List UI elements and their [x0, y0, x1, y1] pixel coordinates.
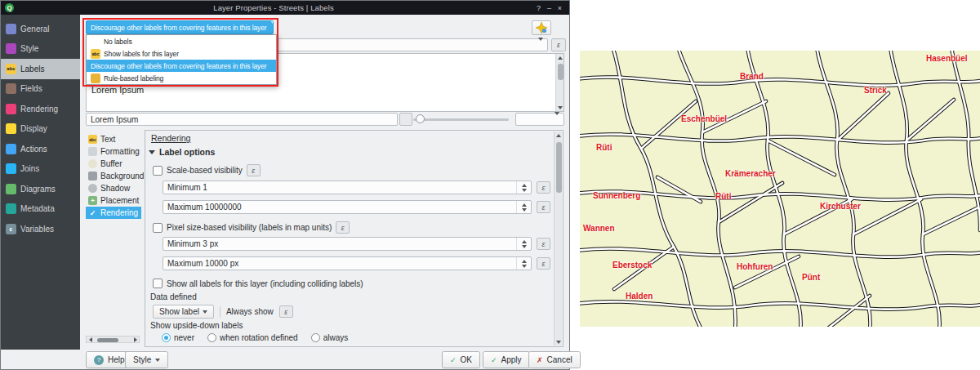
formatting-icon	[88, 147, 97, 156]
sidebar-item-label: Fields	[20, 84, 42, 93]
map-street-label: Brand	[740, 72, 764, 81]
data-defined-button[interactable]: ε	[537, 257, 550, 270]
hscroll-thumb[interactable]	[97, 338, 118, 342]
map-street-label: Strick	[864, 86, 887, 95]
sidebar-item-labels[interactable]: abc Labels	[1, 59, 80, 79]
render-icon	[6, 104, 16, 114]
scroll-down-icon[interactable]	[558, 104, 563, 111]
map-preview[interactable]: HasenbüelBrandStrickEschenbüelRütiKrämer…	[580, 51, 980, 327]
show-all-labels-checkbox[interactable]	[153, 279, 163, 288]
label-options-section-header[interactable]: Label options	[149, 147, 215, 157]
sidebar-item-actions[interactable]: Actions	[1, 139, 80, 159]
spin-arrows[interactable]	[516, 201, 527, 213]
auto-placement-settings-button[interactable]	[532, 20, 551, 35]
minimum-scale-spinbox[interactable]: Minimum 1	[163, 181, 532, 194]
minimum-pixels-spinbox[interactable]: Minimum 3 px	[163, 237, 532, 251]
option-discourage-covering[interactable]: Discourage other labels from covering fe…	[87, 60, 276, 72]
tab-shadow[interactable]: Shadow	[86, 182, 141, 194]
scroll-up-icon[interactable]	[558, 54, 563, 61]
sidebar-item-display[interactable]: Display	[1, 119, 80, 140]
radio-when-rotation-defined[interactable]	[207, 333, 216, 342]
show-all-labels-row: Show all labels for this layer (includin…	[153, 279, 363, 288]
tab-placement[interactable]: + Placement	[86, 194, 141, 207]
preview-sample-text: Lorem Ipsum	[91, 85, 144, 95]
expression-builder-button[interactable]: ε	[551, 38, 566, 51]
style-button[interactable]: Style	[125, 351, 168, 368]
sidebar-item-label: Joins	[20, 164, 39, 173]
data-defined-button[interactable]: ε	[247, 164, 261, 176]
street-network	[580, 51, 980, 327]
spin-arrows[interactable]	[516, 181, 527, 194]
scroll-down-icon[interactable]	[556, 338, 561, 345]
show-label-button[interactable]: Show label	[153, 305, 214, 319]
layer-properties-dialog: Q Layer Properties - Streets | Labels ? …	[0, 0, 570, 370]
map-street-label: Hasenbüel	[926, 54, 968, 63]
font-size-spinbox[interactable]	[515, 113, 564, 126]
tab-buffer[interactable]: Buffer	[86, 158, 141, 170]
preview-background-button[interactable]	[399, 113, 412, 126]
tab-background[interactable]: Background	[86, 170, 141, 182]
panel-vscrollbar[interactable]	[554, 132, 562, 345]
paintbrush-icon	[6, 43, 16, 54]
option-show-labels[interactable]: abc Show labels for this layer	[87, 47, 276, 60]
ok-button[interactable]: ✓ OK	[442, 351, 480, 368]
map-street-label: Wannen	[583, 224, 615, 233]
tab-list-hscrollbar[interactable]	[86, 336, 140, 343]
pixel-size-visibility-checkbox[interactable]	[153, 223, 163, 233]
divider	[220, 306, 220, 318]
window-close-button[interactable]: ×	[555, 4, 565, 12]
sidebar-item-diagrams[interactable]: Diagrams	[1, 179, 80, 199]
sidebar-item-rendering[interactable]: Rendering	[1, 99, 80, 119]
maximum-pixels-spinbox[interactable]: Maximum 10000 px	[163, 256, 532, 270]
scale-based-visibility-row: Scale-based visibility ε	[153, 164, 261, 176]
spin-arrows[interactable]	[516, 257, 527, 270]
sidebar-item-joins[interactable]: Joins	[1, 159, 80, 180]
option-no-labels[interactable]: No labels	[87, 35, 276, 47]
map-street-label: Sunnenberg	[593, 191, 640, 200]
scroll-left-icon[interactable]	[87, 336, 94, 343]
titlebar[interactable]: Q Layer Properties - Streets | Labels ? …	[1, 1, 569, 15]
radio-always[interactable]	[311, 333, 320, 342]
epsilon-icon: ε	[6, 224, 16, 234]
scroll-right-icon[interactable]	[131, 336, 139, 343]
preview-scrollbar[interactable]	[555, 54, 564, 111]
labeling-mode-dropdown-list: No labels abc Show labels for this layer…	[86, 34, 277, 85]
data-defined-button[interactable]: ε	[336, 221, 350, 234]
spin-arrows[interactable]	[516, 238, 527, 250]
sidebar-item-general[interactable]: General	[1, 19, 80, 39]
upside-down-radio-group: never when rotation defined always	[162, 333, 348, 342]
sidebar-item-label: General	[20, 25, 50, 33]
sidebar-item-fields[interactable]: Fields	[1, 79, 80, 100]
abc-label-icon: abc	[91, 49, 100, 59]
tab-formatting[interactable]: Formatting	[86, 145, 141, 158]
labeling-mode-combobox[interactable]: Discourage other labels from covering fe…	[86, 20, 274, 34]
apply-button[interactable]: ✓ Apply	[483, 351, 530, 368]
scale-based-visibility-checkbox[interactable]	[153, 166, 163, 176]
sidebar-item-variables[interactable]: ε Variables	[1, 219, 80, 239]
data-defined-button[interactable]: ε	[537, 201, 550, 213]
cancel-button[interactable]: ✗ Cancel	[528, 351, 581, 368]
chevron-down-icon	[535, 41, 543, 50]
scroll-up-icon[interactable]	[556, 132, 561, 139]
data-defined-button[interactable]: ε	[537, 181, 550, 194]
sidebar-item-metadata[interactable]: Metadata	[1, 199, 80, 220]
data-defined-button[interactable]: ε	[279, 305, 293, 318]
qgis-app-icon: Q	[5, 3, 14, 12]
tab-text[interactable]: abc Text	[86, 133, 141, 145]
preview-text-input[interactable]	[86, 113, 398, 126]
font-size-slider-handle[interactable]	[416, 114, 425, 123]
map-street-label: Rüti	[715, 192, 731, 201]
maximum-scale-spinbox[interactable]: Maximum 10000000	[163, 200, 532, 214]
chevron-down-icon	[203, 310, 207, 314]
window-help-button[interactable]: ?	[533, 4, 544, 12]
sidebar-item-label: Metadata	[20, 204, 55, 213]
window-minimize-button[interactable]: –	[544, 4, 555, 12]
chevron-down-icon	[155, 359, 160, 362]
font-size-slider-track[interactable]	[413, 118, 509, 121]
option-rule-based[interactable]: Rule-based labeling	[87, 72, 276, 84]
radio-never[interactable]	[162, 333, 171, 342]
sidebar-item-label: Variables	[20, 225, 54, 234]
sidebar-item-style[interactable]: Style	[1, 39, 80, 60]
tab-rendering[interactable]: ✓ Rendering	[86, 207, 141, 219]
data-defined-button[interactable]: ε	[537, 238, 550, 250]
